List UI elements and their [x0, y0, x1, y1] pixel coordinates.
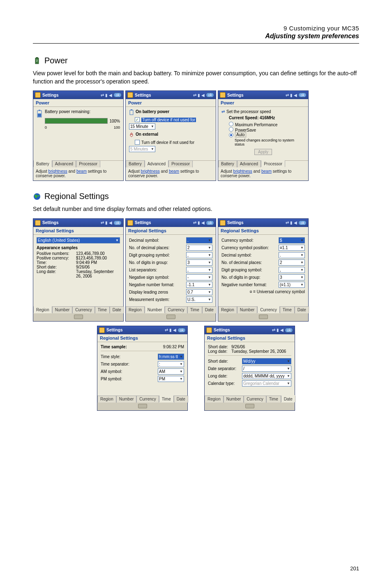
value-select[interactable]: 2▼	[279, 259, 305, 266]
checkbox-battery-off[interactable]: ✓	[135, 117, 140, 122]
value-select[interactable]: 0.7▼	[186, 289, 212, 295]
value-select[interactable]: -▼	[186, 274, 212, 280]
battery-remaining-label: Battery power remaining:	[45, 109, 120, 114]
ok-button[interactable]: ok	[206, 93, 214, 97]
value-select[interactable]: .▼	[279, 252, 305, 258]
tab-currency[interactable]: Currency	[165, 306, 187, 313]
start-icon[interactable]	[220, 220, 226, 226]
value-select[interactable]: /▼	[242, 366, 291, 372]
radio-auto[interactable]	[229, 133, 233, 137]
ok-button[interactable]: ok	[285, 328, 293, 333]
tab-battery[interactable]: Battery	[218, 160, 237, 167]
value-select[interactable]: :▼	[158, 361, 184, 367]
tab-processor[interactable]: Processor	[168, 160, 193, 167]
start-icon[interactable]	[35, 92, 41, 98]
tab-time[interactable]: Time	[280, 306, 295, 313]
value-select[interactable]: PM▼	[158, 376, 184, 382]
value-select[interactable]: 3▼	[279, 274, 305, 280]
tab-battery[interactable]: Battery	[33, 160, 52, 167]
tab-date[interactable]: Date	[281, 395, 295, 402]
tab-battery[interactable]: Battery	[126, 160, 145, 167]
tab-processor[interactable]: Processor	[261, 160, 285, 167]
value-select[interactable]: ,▼	[279, 267, 305, 273]
regional-window-date: Settings⇄▮◀ok Regional Settings Short da…	[204, 326, 295, 411]
ok-button[interactable]: ok	[113, 220, 122, 225]
field-label: Time style:	[101, 354, 120, 359]
ok-button[interactable]: ok	[206, 220, 214, 225]
value-select[interactable]: ,▼	[186, 252, 212, 258]
locale-select[interactable]: English (United States)▼	[37, 237, 120, 243]
value-select[interactable]: (¤1.1)▼	[279, 282, 305, 288]
checkbox-external-off[interactable]	[135, 140, 140, 145]
tab-date[interactable]: Date	[174, 396, 188, 403]
tab-number[interactable]: Number	[145, 306, 165, 313]
tab-currency[interactable]: Currency	[257, 306, 280, 313]
value-select[interactable]: 3▼	[186, 259, 212, 266]
external-timeout-select[interactable]: 5 Minutes▼	[129, 146, 155, 152]
ok-button[interactable]: ok	[298, 93, 307, 97]
value-select[interactable]: 2▼	[186, 245, 212, 251]
start-icon[interactable]	[35, 220, 41, 226]
keyboard-toggle[interactable]	[126, 313, 216, 321]
ok-button[interactable]: ok	[298, 220, 307, 225]
field-label: Long date:	[37, 269, 73, 278]
tab-advanced[interactable]: Advanced	[237, 160, 261, 167]
value-select[interactable]: AM▼	[158, 368, 184, 375]
start-icon[interactable]	[127, 92, 133, 98]
keyboard-toggle[interactable]	[97, 403, 187, 410]
radio-powersave[interactable]	[229, 127, 233, 132]
brightness-link[interactable]: brightness	[48, 169, 67, 174]
value-select[interactable]: ,▼	[186, 267, 212, 273]
tab-number[interactable]: Number	[237, 306, 258, 313]
field-value: 9:04:49 PM	[76, 260, 120, 265]
beam-link[interactable]: beam	[76, 169, 87, 174]
tab-number[interactable]: Number	[52, 306, 73, 313]
value-select[interactable]: -1.1▼	[186, 282, 212, 288]
tab-time[interactable]: Time	[187, 306, 202, 313]
footer-hint: Adjust brightness and beam settings to c…	[33, 167, 123, 181]
battery-percent: 100%	[109, 119, 120, 123]
tab-currency[interactable]: Currency	[72, 306, 95, 313]
tab-region[interactable]: Region	[97, 396, 116, 403]
value-select[interactable]: .▼	[186, 237, 212, 243]
battery-timeout-select[interactable]: 15 Minute▼	[129, 123, 155, 130]
tab-currency[interactable]: Currency	[136, 396, 159, 403]
radio-max[interactable]	[229, 122, 233, 126]
tab-region[interactable]: Region	[126, 306, 145, 313]
keyboard-toggle[interactable]	[205, 403, 295, 410]
tab-time[interactable]: Time	[95, 306, 110, 313]
tab-number[interactable]: Number	[116, 396, 137, 403]
value-select[interactable]: M/d/yy▼	[242, 358, 291, 364]
start-icon[interactable]	[206, 327, 212, 333]
value-select[interactable]: Gregorian Calendar▼	[242, 380, 291, 387]
tab-time[interactable]: Time	[159, 395, 174, 402]
value-select[interactable]: U.S.▼	[186, 296, 212, 303]
tab-date[interactable]: Date	[202, 306, 217, 313]
tab-date[interactable]: Date	[110, 306, 124, 313]
value-select[interactable]: dddd, MMMM dd, yyyy▼	[242, 373, 291, 379]
tab-date[interactable]: Date	[295, 306, 309, 313]
field-value: $123,456,789.00	[76, 256, 120, 260]
start-icon[interactable]	[220, 92, 226, 98]
value-select[interactable]: h:mm:ss tt▼	[158, 354, 184, 360]
keyboard-toggle[interactable]	[33, 313, 123, 321]
value-select[interactable]: ¤1.1▼	[279, 245, 305, 251]
tabs: Battery Advanced Processor	[33, 160, 123, 167]
ok-button[interactable]: ok	[178, 328, 186, 333]
tab-advanced[interactable]: Advanced	[52, 160, 76, 167]
tab-region[interactable]: Region	[218, 306, 237, 313]
apply-button[interactable]: Apply	[254, 149, 272, 155]
tab-time[interactable]: Time	[266, 396, 281, 403]
tab-region[interactable]: Region	[33, 306, 52, 313]
power-icon	[33, 57, 41, 65]
value-select[interactable]: $▼	[279, 237, 305, 243]
tab-currency[interactable]: Currency	[244, 396, 266, 403]
start-icon[interactable]	[99, 327, 105, 333]
tab-advanced[interactable]: Advanced	[145, 160, 168, 167]
start-icon[interactable]	[127, 220, 133, 226]
keyboard-toggle[interactable]	[218, 313, 308, 321]
tab-number[interactable]: Number	[224, 396, 244, 403]
tab-processor[interactable]: Processor	[76, 160, 100, 167]
ok-button[interactable]: ok	[113, 93, 122, 97]
tab-region[interactable]: Region	[205, 396, 224, 403]
